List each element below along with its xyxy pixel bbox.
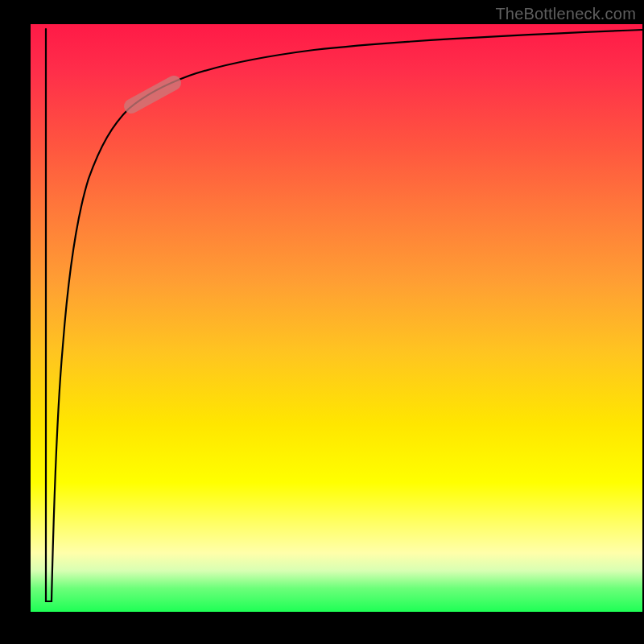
plot-gradient-background bbox=[31, 24, 642, 612]
watermark-text: TheBottleneck.com bbox=[495, 5, 636, 23]
chart-canvas: TheBottleneck.com bbox=[0, 0, 644, 644]
